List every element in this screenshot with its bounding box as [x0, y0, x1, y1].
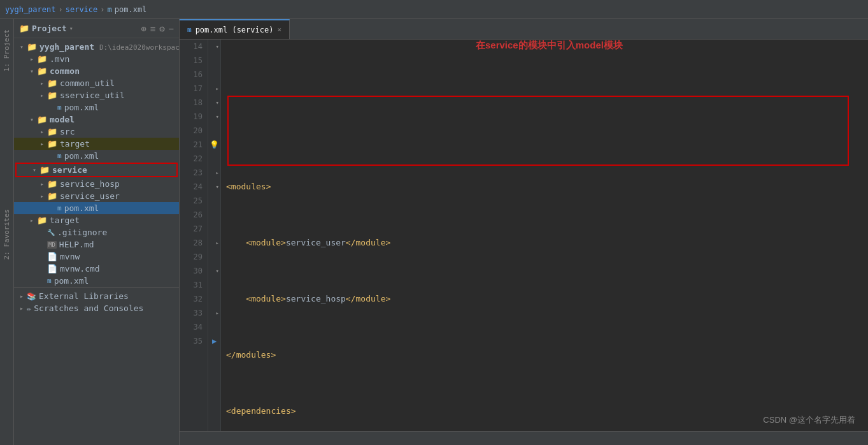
tree-item-model-pom[interactable]: m pom.xml [14, 150, 179, 162]
editor-area: m pom.xml (service) × 14 15 16 17 18 19 … [180, 19, 868, 445]
tab-close-button[interactable]: × [277, 26, 281, 34]
tab-m-icon: m [187, 26, 192, 34]
fold-28[interactable]: ▸ [216, 240, 219, 246]
arrow-target[interactable] [27, 217, 37, 224]
tree-label-target-model: target [60, 139, 90, 149]
m-icon-root-pom: m [47, 277, 52, 285]
tree-item-service[interactable]: 📁 service [17, 164, 176, 176]
arrow-sservice-util[interactable] [37, 92, 47, 99]
gutter-row-29 [208, 250, 220, 264]
gutter-row-34 [208, 320, 220, 334]
arrow-service-user[interactable] [37, 193, 47, 200]
project-tab[interactable]: 1: Project [1, 24, 12, 77]
tree-item-external-libraries[interactable]: 📚 External Libraries [14, 290, 179, 302]
code-line-15: <module>service_user</module> [226, 236, 868, 250]
breadcrumb-filename: pom.xml [115, 5, 147, 14]
tree-item-mvnwcmd[interactable]: 📄 mvnw.cmd [14, 263, 179, 275]
tree-label-service: service [52, 165, 87, 175]
tree-item-model[interactable]: 📁 model [14, 113, 179, 126]
gutter-row-21: 💡 [208, 138, 220, 152]
run-icon-35[interactable]: ▶ [212, 337, 217, 346]
tree-item-sservice-util[interactable]: 📁 sservice_util [14, 89, 179, 101]
arrow-target-model[interactable] [37, 140, 47, 147]
tree-label-sservice-util: sservice_util [60, 91, 125, 100]
fold-19[interactable]: ▾ [216, 113, 219, 120]
breadcrumb-sep-1: › [58, 5, 62, 14]
arrow-external-libs[interactable] [17, 293, 27, 300]
tab-pom-xml-service[interactable]: m pom.xml (service) × [180, 19, 290, 39]
top-breadcrumb-bar: yygh_parent › service › m pom.xml [0, 0, 868, 19]
gutter-row-31 [208, 278, 220, 292]
tree-item-target[interactable]: 📁 target [14, 214, 179, 226]
folder-icon: 📁 [19, 24, 29, 33]
locate-file-icon[interactable]: ⊕ [141, 24, 146, 34]
arrow-src[interactable] [37, 128, 47, 135]
tree-label-service-pom: pom.xml [64, 203, 99, 213]
tree-label-service-hosp: service_hosp [60, 179, 120, 189]
collapse-all-icon[interactable]: ≡ [150, 24, 155, 34]
fold-30[interactable]: ▾ [216, 268, 219, 274]
arrow-service[interactable] [29, 166, 39, 173]
arrow-scratches[interactable] [17, 305, 27, 312]
tree-item-service-pom[interactable]: m pom.xml [14, 202, 179, 214]
chevron-down-icon[interactable]: ▾ [69, 25, 73, 32]
fold-17[interactable]: ▸ [216, 85, 219, 92]
tree-item-common-util[interactable]: 📁 common_util [14, 77, 179, 89]
gutter-row-26 [208, 208, 220, 222]
tree-label-yygh-parent: yygh_parent D:\idea2020workspace\yygh_pa… [39, 42, 179, 52]
bottom-status-bar [180, 431, 868, 445]
arrow-mvn[interactable] [27, 55, 37, 62]
arrow-service-hosp[interactable] [37, 180, 47, 187]
close-sidebar-icon[interactable]: − [169, 24, 174, 34]
gutter-row-15 [208, 54, 220, 68]
favorites-tab[interactable]: 2: Favorites [1, 204, 12, 265]
tree-item-service-hosp[interactable]: 📁 service_hosp [14, 178, 179, 190]
fold-33[interactable]: ▸ [216, 310, 219, 316]
gutter-row-35: ▶ [208, 334, 220, 348]
gutter: ▾ ▸ ▾ ▾ 💡 ▸ [208, 40, 221, 431]
fold-23[interactable]: ▸ [216, 170, 219, 176]
arrow-model[interactable] [27, 116, 37, 123]
tree-item-mvnw[interactable]: 📄 mvnw [14, 251, 179, 263]
tree-label-root-pom: pom.xml [54, 276, 89, 286]
code-content[interactable]: 在service的模块中引入model模块 <modules> <module>… [221, 40, 868, 431]
tree-item-helpmd[interactable]: MD HELP.md [14, 238, 179, 251]
breadcrumb-yygh-parent[interactable]: yygh_parent [5, 5, 55, 14]
gutter-row-23: ▸ [208, 166, 220, 180]
fold-18[interactable]: ▾ [216, 99, 219, 106]
left-sidebar-tabs: 1: Project 2: Favorites [0, 19, 14, 445]
tree-item-target-model[interactable]: 📁 target [14, 138, 179, 150]
gutter-row-18: ▾ [208, 96, 220, 110]
project-sidebar: 📁 Project ▾ ⊕ ≡ ⚙ − 📁 yygh_parent D:\ide… [14, 19, 180, 445]
tree-item-yygh-parent[interactable]: 📁 yygh_parent D:\idea2020workspace\yygh_… [14, 41, 179, 53]
lightbulb-icon[interactable]: 💡 [210, 140, 219, 149]
tree-item-mvn[interactable]: 📁 .mvn [14, 53, 179, 65]
tree-label-common-pom: pom.xml [64, 103, 99, 112]
tree-label-gitignore: .gitignore [57, 228, 107, 237]
arrow-common[interactable] [27, 68, 37, 75]
fold-24[interactable]: ▾ [216, 184, 219, 190]
m-icon-model-pom: m [57, 152, 62, 160]
arrow-common-util[interactable] [37, 80, 47, 87]
tree-item-src[interactable]: 📁 src [14, 126, 179, 138]
tree-label-model: model [50, 115, 75, 124]
m-icon-common-pom: m [57, 103, 62, 112]
fold-14[interactable]: ▾ [216, 43, 219, 50]
breadcrumb-service[interactable]: service [66, 5, 98, 14]
tree-item-scratches[interactable]: ✏️ Scratches and Consoles [14, 302, 179, 314]
annotation-text: 在service的模块中引入model模块 [476, 40, 623, 52]
tree-item-service-user[interactable]: 📁 service_user [14, 190, 179, 202]
tree-label-src: src [60, 127, 75, 136]
gutter-row-16 [208, 68, 220, 82]
tree-item-root-pom[interactable]: m pom.xml [14, 275, 179, 287]
settings-icon[interactable]: ⚙ [159, 24, 164, 34]
gutter-row-30: ▾ [208, 264, 220, 278]
tree-item-common[interactable]: 📁 common [14, 65, 179, 77]
watermark: CSDN @这个名字先用着 [763, 414, 855, 426]
gutter-row-19: ▾ [208, 110, 220, 124]
gutter-row-27 [208, 222, 220, 236]
tree-item-gitignore[interactable]: 🔧 .gitignore [14, 226, 179, 238]
arrow-yygh-parent[interactable] [17, 43, 27, 50]
code-editor[interactable]: 14 15 16 17 18 19 20 21 22 23 24 25 26 2… [180, 40, 868, 431]
tree-item-common-pom[interactable]: m pom.xml [14, 101, 179, 113]
